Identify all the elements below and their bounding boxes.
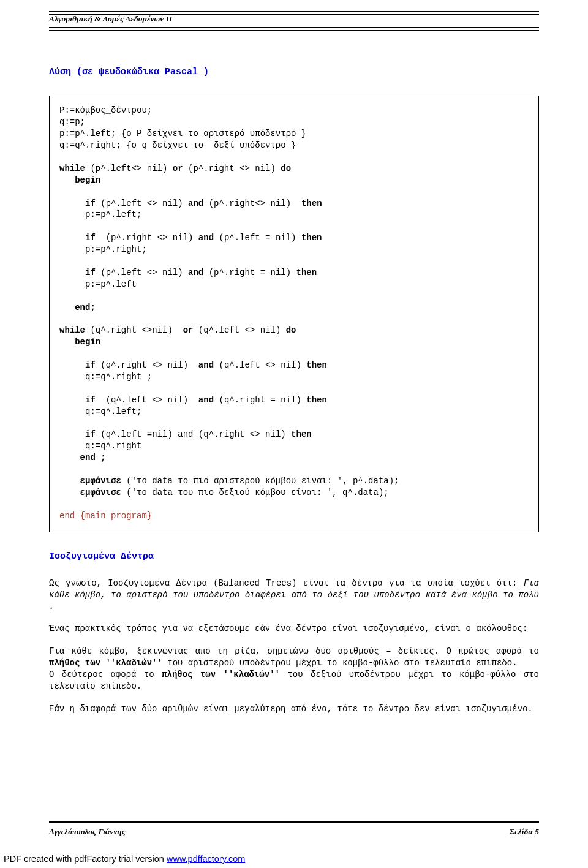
paragraph-text: Ο δεύτερος αφορά το [49, 670, 162, 679]
paragraph-bold: πλήθος των ''κλαδιών'' [49, 658, 162, 668]
paragraph-text: Για κάθε κόμβο, ξεκινώντας από τη ρίζα, … [49, 646, 539, 656]
paragraph-text: του αριστερού υποδέντρου μέχρι το κόμβο-… [162, 658, 518, 668]
pdf-note-text: PDF created with pdfFactory trial versio… [4, 854, 167, 864]
paragraph-bold: πλήθος των ''κλαδιών'' [162, 670, 280, 679]
paragraph-text: Εάν η διαφορά των δύο αριθμών είναι μεγα… [49, 703, 539, 715]
section-solution-title: Λύση (σε ψευδοκώδικα Pascal ) [49, 66, 539, 78]
header-title: Αλγοριθμική & Δομές Δεδομένων ΙΙ [49, 13, 539, 25]
balanced-trees-text: Ως γνωστό, Ισοζυγισμένα Δέντρα (Balanced… [49, 578, 539, 715]
pdf-factory-note: PDF created with pdfFactory trial versio… [4, 853, 245, 866]
footer-page-number: Σελίδα 5 [510, 826, 539, 837]
paragraph-text: Ως γνωστό, Ισοζυγισμένα Δέντρα (Balanced… [49, 578, 524, 588]
paragraph-text: Ένας πρακτικός τρόπος για να εξετάσουμε … [49, 623, 539, 635]
pseudocode-block: P:=κόμβος_δέντρου; q:=p; p:=p^.left; {ο … [49, 96, 539, 532]
footer-author: Αγγελόπουλος Γιάννης [49, 826, 126, 837]
section-balanced-heading: Ισοζυγισμένα Δέντρα [49, 551, 539, 563]
pdf-factory-link[interactable]: www.pdffactory.com [167, 854, 245, 864]
